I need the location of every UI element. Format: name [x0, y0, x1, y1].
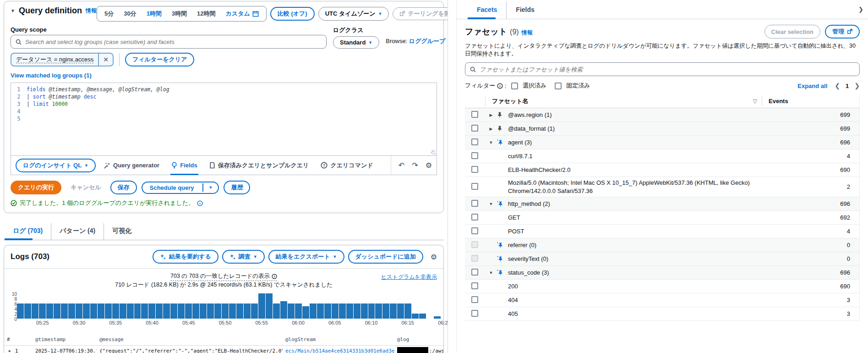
facet-checkbox[interactable] [471, 269, 478, 276]
calendar-icon[interactable] [252, 11, 259, 17]
histogram-bar[interactable] [390, 303, 397, 319]
histogram-bar[interactable] [178, 303, 185, 319]
facet-row-elb-healthchecker-2.0[interactable]: ELB-HealthChecker/2.0690 [465, 163, 859, 177]
time-range-option-6[interactable]: カスタム [221, 9, 263, 19]
logs-action-button-1[interactable]: 結果を要約する [153, 250, 218, 264]
results-tab-3[interactable]: 可視化 [104, 223, 140, 240]
hide-histogram-link[interactable]: ヒストグラムを非表示 [381, 273, 437, 281]
facet-row-405[interactable]: 4053 [465, 307, 859, 321]
browse-log-groups-link[interactable]: ロググループ [409, 38, 446, 44]
page-prev-icon[interactable]: ❮ [835, 82, 840, 89]
logs-action-button-4[interactable]: ダッシュボードに追加 [348, 250, 423, 264]
facet-checkbox[interactable] [471, 183, 478, 190]
facet-checkbox[interactable] [471, 282, 478, 289]
histogram-bar[interactable] [397, 303, 404, 319]
pinned-checkbox[interactable] [555, 83, 562, 89]
histogram-bar[interactable] [382, 303, 389, 319]
histogram-bar[interactable] [200, 303, 207, 319]
compare-button[interactable]: 比較 (オフ) [270, 7, 315, 21]
histogram-bar[interactable] [163, 303, 170, 319]
histogram-bar[interactable] [141, 303, 148, 319]
facet-row-referrer-0-[interactable]: referrer (0)0 [465, 238, 859, 252]
settings-gear-icon[interactable]: ⚙ [426, 161, 432, 170]
clear-selection-button[interactable]: Clear selection [764, 25, 821, 39]
facet-row-http_method-2-[interactable]: ▼http_method (2)696 [465, 197, 859, 211]
histogram-bar[interactable] [112, 303, 119, 319]
events-column-header[interactable]: Events [762, 97, 859, 106]
editor-tool--[interactable]: 保存済みクエリとサンプルクエリ [209, 156, 309, 175]
editor-tool-fields[interactable]: Fields [171, 156, 197, 175]
histogram-bar[interactable] [222, 303, 229, 319]
resize-grip[interactable] [431, 150, 436, 154]
histogram-bar[interactable] [120, 303, 126, 319]
remove-filter-icon[interactable]: ✕ [98, 54, 113, 66]
history-button[interactable]: 履歴 [224, 181, 250, 194]
log-table-row[interactable]: ▶12025-12-07T06:19:30.7…{"request":"/","… [4, 346, 443, 353]
histogram-bar[interactable] [368, 303, 375, 319]
facet-row-@data_format-1-[interactable]: ▶@data_format (1)699 [465, 122, 859, 136]
view-matched-log-groups-link[interactable]: View matched log groups (1) [11, 72, 92, 79]
results-tab-2[interactable]: パターン (4) [51, 223, 104, 240]
histogram-bar[interactable] [61, 303, 68, 319]
tab-fields[interactable]: Fields [506, 1, 543, 19]
histogram-bar[interactable] [127, 303, 134, 319]
histogram-bar[interactable] [404, 303, 411, 319]
time-range-option-3[interactable]: 1時間 [142, 9, 166, 19]
undo-icon[interactable]: ↶ [399, 161, 404, 170]
log-column-header[interactable]: # [4, 336, 33, 342]
log-class-dropdown[interactable]: Standard ▼ [333, 36, 379, 49]
facet-checkbox[interactable] [471, 310, 478, 317]
histogram-bar[interactable] [354, 303, 360, 319]
histogram-bar[interactable] [310, 303, 317, 319]
expand-row-icon[interactable]: ▶ [9, 349, 11, 353]
log-column-header[interactable]: @logStream [283, 336, 394, 342]
histogram-bar[interactable] [266, 293, 273, 319]
histogram-bar[interactable] [288, 303, 295, 319]
facet-row-severitytext-0-[interactable]: severityText (0)0 [465, 252, 859, 266]
histogram-bar[interactable] [324, 303, 331, 319]
facet-checkbox[interactable] [471, 125, 478, 132]
log-column-header[interactable]: @message [97, 336, 283, 342]
histogram-bar[interactable] [419, 314, 426, 319]
facet-row-agent-3-[interactable]: ▼agent (3)696 [465, 136, 859, 149]
histogram-bar[interactable] [156, 303, 163, 319]
facet-checkbox[interactable] [471, 214, 478, 221]
facet-row-200[interactable]: 200690 [465, 280, 859, 293]
editor-code[interactable]: | limit 10000 [27, 100, 68, 108]
facet-checkbox[interactable] [471, 138, 478, 145]
expand-arrow-icon[interactable]: ▶ [490, 113, 493, 117]
info-icon[interactable] [497, 83, 503, 89]
histogram-bar[interactable] [83, 303, 90, 319]
manage-facets-button[interactable]: 管理 [825, 25, 860, 39]
histogram-bar[interactable] [17, 303, 24, 319]
cancel-button[interactable]: キャンセル [66, 181, 106, 194]
histogram-bar[interactable] [412, 314, 419, 319]
schedule-query-caret[interactable]: ▼ [202, 183, 218, 192]
histogram-bar[interactable] [54, 303, 60, 319]
facet-row-curl-8.7.1[interactable]: curl/8.7.14 [465, 149, 859, 163]
histogram-bar[interactable] [76, 303, 82, 319]
editor-code[interactable]: fields @timestamp, @message, @logStream,… [27, 86, 169, 93]
log-group-search[interactable] [11, 35, 327, 49]
histogram-bar[interactable] [280, 301, 287, 319]
facet-checkbox[interactable] [471, 166, 478, 173]
facet-search-input[interactable] [480, 66, 855, 73]
histogram-bar[interactable] [134, 303, 141, 319]
save-button[interactable]: 保存 [110, 181, 137, 194]
page-next-icon[interactable]: ❯ [854, 82, 860, 89]
histogram-bar[interactable] [105, 303, 112, 319]
histogram-bar[interactable] [236, 303, 243, 319]
facet-checkbox[interactable] [471, 296, 478, 303]
histogram-bar[interactable] [214, 303, 221, 319]
query-editor[interactable]: 1fields @timestamp, @message, @logStream… [11, 83, 437, 156]
histogram-bar[interactable] [46, 303, 53, 319]
facet-row-mozilla-5.0-macintosh-intel-ma[interactable]: Mozilla/5.0 (Macintosh; Intel Mac OS X 1… [465, 177, 859, 197]
histogram-bar[interactable] [207, 303, 214, 319]
facet-row-@aws.region-1-[interactable]: ▶@aws.region (1)699 [465, 108, 859, 122]
histogram-bar[interactable] [98, 303, 104, 319]
histogram-bar[interactable] [258, 293, 265, 319]
page-number[interactable]: 1 [846, 83, 849, 89]
schedule-query-label[interactable]: Schedule query [142, 182, 200, 193]
logs-settings-gear-icon[interactable]: ⚙ [431, 253, 437, 261]
histogram-bar[interactable] [361, 303, 368, 319]
